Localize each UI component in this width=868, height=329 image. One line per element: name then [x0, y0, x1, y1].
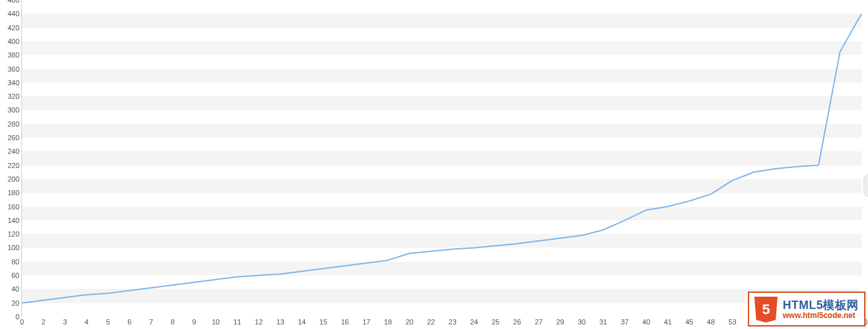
chart-container: 0204060801001201401601802002202402602803…	[0, 0, 868, 329]
y-tick-label: 160	[8, 203, 19, 211]
x-tick-label: 22	[427, 318, 435, 326]
y-tick-label: 380	[8, 51, 19, 59]
series-path	[22, 14, 862, 302]
x-tick-label: 40	[643, 318, 650, 326]
x-tick-label: 10	[212, 318, 220, 326]
x-tick-label: 15	[320, 318, 327, 326]
y-tick-label: 260	[8, 134, 19, 142]
x-tick-label: 45	[685, 318, 693, 326]
y-tick-label: 40	[12, 285, 19, 293]
x-tick-label: 16	[341, 318, 349, 326]
x-tick-label: 24	[470, 318, 478, 326]
x-tick-label: 2	[41, 318, 45, 326]
x-tick-label: 13	[276, 318, 284, 326]
watermark-text: HTML5模板网 www.html5code.net	[783, 299, 859, 319]
x-tick-label: 5	[106, 318, 110, 326]
y-tick-label: 140	[8, 217, 19, 224]
line-series	[22, 0, 862, 317]
x-tick-label: 53	[728, 318, 736, 326]
x-tick-label: 14	[298, 318, 305, 326]
y-axis: 0204060801001201401601802002202402602803…	[0, 0, 22, 317]
plot-area[interactable]	[22, 0, 862, 317]
y-tick-label: 420	[8, 24, 19, 32]
y-tick-label: 120	[8, 230, 19, 238]
html5-logo-icon: 5	[754, 297, 778, 323]
y-tick-label: 0	[16, 313, 19, 321]
x-tick-label: 27	[535, 318, 542, 326]
x-tick-label: 20	[406, 318, 413, 326]
x-tick-label: 12	[255, 318, 263, 326]
y-tick-label: 400	[8, 37, 19, 45]
badge-text: 5	[762, 301, 770, 318]
x-tick-label: 17	[362, 318, 370, 326]
x-tick-label: 4	[85, 318, 88, 326]
y-tick-label: 360	[8, 65, 19, 73]
x-tick-label: 3	[63, 318, 67, 326]
x-tick-label: 26	[513, 318, 521, 326]
x-tick-label: 41	[664, 318, 672, 326]
y-tick-label: 20	[12, 299, 19, 307]
x-tick-label: 9	[192, 318, 196, 326]
x-tick-label: 48	[707, 318, 715, 326]
y-tick-label: 280	[8, 120, 19, 128]
y-tick-label: 240	[8, 147, 19, 155]
watermark-title: HTML5模板网	[783, 299, 859, 312]
watermark-url: www.html5code.net	[783, 312, 859, 320]
y-tick-label: 200	[8, 175, 19, 183]
x-tick-label: 31	[599, 318, 607, 326]
x-axis: 0234567891011121314151617182022232425262…	[22, 317, 862, 329]
y-tick-label: 320	[8, 92, 19, 100]
y-tick-label: 440	[8, 10, 19, 17]
watermark: 5 HTML5模板网 www.html5code.net	[748, 292, 865, 326]
y-tick-label: 460	[8, 0, 19, 4]
y-tick-label: 100	[8, 244, 19, 251]
x-tick-label: 25	[491, 318, 499, 326]
x-tick-label: 18	[384, 318, 392, 326]
x-tick-label: 11	[233, 318, 241, 326]
side-handle[interactable]	[863, 175, 868, 196]
y-tick-label: 80	[12, 258, 19, 266]
x-tick-label: 0	[20, 318, 24, 326]
y-tick-label: 180	[8, 189, 19, 196]
y-tick-label: 60	[12, 271, 19, 279]
x-tick-label: 29	[556, 318, 564, 326]
x-tick-label: 30	[578, 318, 586, 326]
x-tick-label: 7	[149, 318, 153, 326]
x-tick-label: 8	[170, 318, 174, 326]
x-tick-label: 6	[128, 318, 132, 326]
y-tick-label: 300	[8, 106, 19, 114]
y-tick-label: 220	[8, 162, 19, 169]
x-tick-label: 37	[621, 318, 628, 326]
x-tick-label: 23	[449, 318, 457, 326]
y-tick-label: 340	[8, 79, 19, 87]
